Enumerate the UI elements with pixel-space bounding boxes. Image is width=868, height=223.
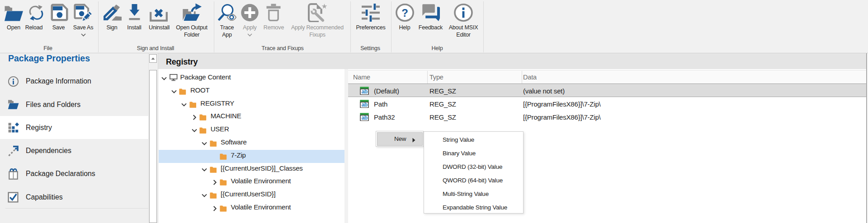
svg-text:ab: ab bbox=[362, 88, 368, 95]
svg-text:?: ? bbox=[401, 7, 408, 19]
svg-text:ab: ab bbox=[362, 115, 368, 121]
svg-text:ab: ab bbox=[362, 102, 368, 108]
